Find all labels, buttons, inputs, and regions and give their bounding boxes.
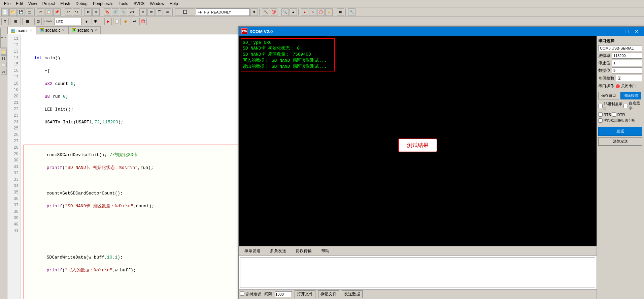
left-icon-2[interactable]: 📁 xyxy=(1,49,7,55)
tab-close-main[interactable]: ✕ xyxy=(30,29,32,32)
parity-value[interactable]: 无 xyxy=(616,75,642,82)
fwd-btn[interactable]: ➡ xyxy=(92,8,100,16)
menu-help[interactable]: Help xyxy=(167,1,181,7)
left-icon-4[interactable]: 📖 xyxy=(1,62,7,68)
xcom-close-btn[interactable]: ✕ xyxy=(632,28,641,35)
period-input[interactable] xyxy=(275,291,292,297)
menu-view[interactable]: View xyxy=(26,1,40,7)
tb2-target2[interactable]: 🎯 xyxy=(139,18,147,25)
menu-edit[interactable]: Edit xyxy=(13,1,26,7)
save-file-btn[interactable]: 存记文件 xyxy=(318,290,339,298)
target-btn[interactable]: 🎯 xyxy=(270,8,277,16)
paste-btn[interactable]: 📌 xyxy=(53,8,61,16)
menu-tools[interactable]: Tools xyxy=(116,1,131,7)
xcom-maximize-btn[interactable]: □ xyxy=(623,28,632,35)
white-bg-checkbox[interactable] xyxy=(623,104,628,108)
tb2-run[interactable]: ▶ xyxy=(104,18,112,25)
tab-main-c[interactable]: C main.c ✕ xyxy=(7,27,36,34)
tb2-copy2[interactable]: 📋 xyxy=(113,18,121,25)
save-all-btn[interactable]: 🗃 xyxy=(26,8,33,16)
bookmark3-btn[interactable]: 📎 xyxy=(120,8,127,16)
tb2-load[interactable]: LOAD xyxy=(43,18,53,25)
menu-file[interactable]: File xyxy=(1,1,13,7)
open-file-btn[interactable]: 打开文件 xyxy=(295,290,315,298)
menu-flash[interactable]: Flash xyxy=(58,1,73,7)
xcom-bottom: 定时发送 间隔 打开文件 存记文件 发送数据 xyxy=(239,289,597,299)
rts-checkbox[interactable] xyxy=(598,112,603,117)
icon-btn[interactable]: 🔲 xyxy=(175,8,195,16)
tb2-star[interactable]: ✱ xyxy=(92,18,99,25)
tab-label-sdcard-h: sdcard.h xyxy=(77,28,93,33)
save-window-btn[interactable]: 保存窗口 xyxy=(598,92,619,99)
port-value[interactable]: COM8:USB-SERIAL xyxy=(598,45,642,51)
tb2-btn4[interactable]: ⊡ xyxy=(34,18,42,25)
grid-btn[interactable]: ⊞ xyxy=(337,8,344,16)
dtr-checkbox[interactable] xyxy=(612,112,616,117)
dd-arrow[interactable]: ▼ xyxy=(250,8,258,16)
align2-btn[interactable]: ≣ xyxy=(147,8,155,16)
copy-btn[interactable]: 📋 xyxy=(45,8,53,16)
bookmark2-btn[interactable]: 🔗 xyxy=(112,8,119,16)
tab-sdcard-c[interactable]: C sdcard.c ✕ xyxy=(36,26,68,34)
xcom-send-input[interactable] xyxy=(240,257,595,288)
menu-project[interactable]: Project xyxy=(40,1,58,7)
test-result-btn[interactable]: 测试结果 xyxy=(398,138,437,152)
led-dropdown[interactable]: LED xyxy=(55,18,81,25)
red-dot[interactable]: ● xyxy=(301,8,308,16)
clear-send-btn[interactable]: 清除发送 xyxy=(598,137,642,146)
send-btn[interactable]: 发送 xyxy=(598,127,642,136)
build-btn[interactable]: 🔨 xyxy=(262,8,269,16)
wrench-btn[interactable]: 🔧 xyxy=(348,8,355,16)
dot-btn[interactable]: ● xyxy=(290,8,297,16)
project-icon[interactable]: Proj xyxy=(0,28,7,48)
clear-receive-btn[interactable]: 清除接收 xyxy=(620,92,641,99)
tb2-btn3[interactable]: ▦ xyxy=(22,18,33,25)
stop-value[interactable]: 1 xyxy=(612,60,642,66)
menu-window[interactable]: Window xyxy=(147,1,167,7)
new-btn[interactable]: 📄 xyxy=(1,8,9,16)
menu-peripherals[interactable]: Peripherals xyxy=(90,1,116,7)
ff-dropdown[interactable]: FF_FS_READONLY xyxy=(196,8,250,16)
bookmark4-btn[interactable]: 🏷 xyxy=(128,8,135,16)
save-btn[interactable]: 💾 xyxy=(18,8,25,16)
timestamp-checkbox[interactable] xyxy=(598,118,603,123)
main-area: Proj 📁 { } 📖 0↕ C main.c ✕ C sdcard.c ✕ … xyxy=(0,26,644,299)
auto-send-checkbox[interactable] xyxy=(240,291,244,296)
white-bg-label: 白底黑字 xyxy=(629,101,642,111)
cut-btn[interactable]: ✂ xyxy=(37,8,44,16)
search-btn[interactable]: 🔍 xyxy=(281,8,289,16)
xcom-minimize-btn[interactable]: — xyxy=(613,28,622,35)
tb2-btn2[interactable]: ⊞ xyxy=(10,18,21,25)
close-port-label[interactable]: 关闭串口 xyxy=(621,84,636,89)
fill-btn[interactable]: ● xyxy=(325,8,333,16)
tab-close-sdcard-c[interactable]: ✕ xyxy=(62,28,65,32)
left-icon-3[interactable]: { } xyxy=(1,55,7,61)
tb2-btn1[interactable]: ⚙ xyxy=(1,18,9,25)
data-value[interactable]: 8 xyxy=(612,67,642,73)
align4-btn[interactable]: ≋ xyxy=(164,8,171,16)
xcom-tab-help[interactable]: 帮助 xyxy=(317,247,334,255)
tab-close-sdcard-h[interactable]: ✕ xyxy=(94,28,97,32)
tab-sdcard-h[interactable]: H sdcard.h ✕ xyxy=(68,26,101,34)
left-icon-5[interactable]: 0↕ xyxy=(1,69,7,75)
ring-btn[interactable]: ◯ xyxy=(317,8,325,16)
xcom-tab-multi[interactable]: 多条发送 xyxy=(266,247,291,255)
send-data-btn[interactable]: 发送数据 xyxy=(342,290,363,298)
tb2-diamond[interactable]: ◆ xyxy=(122,18,129,25)
baud-value[interactable]: 115200 xyxy=(612,53,642,59)
open-btn[interactable]: 📂 xyxy=(9,8,17,16)
menu-debug[interactable]: Debug xyxy=(73,1,90,7)
undo-btn[interactable]: ↩ xyxy=(65,8,72,16)
redo-btn[interactable]: ↪ xyxy=(73,8,80,16)
menu-svcs[interactable]: SVCS xyxy=(131,1,147,7)
hex-display-checkbox[interactable] xyxy=(598,104,603,108)
xcom-tab-protocol[interactable]: 协议传输 xyxy=(291,247,316,255)
circle-btn[interactable]: ○ xyxy=(309,8,316,16)
align3-btn[interactable]: ☰ xyxy=(156,8,163,16)
back-btn[interactable]: ⬅ xyxy=(84,8,92,16)
align-btn[interactable]: ≡ xyxy=(139,8,147,16)
bookmark-btn[interactable]: 🔖 xyxy=(104,8,111,16)
led-dd-arrow[interactable]: ▼ xyxy=(83,18,90,25)
xcom-tab-single[interactable]: 单条发送 xyxy=(240,247,265,255)
tb2-undo2[interactable]: ↩ xyxy=(131,18,138,25)
